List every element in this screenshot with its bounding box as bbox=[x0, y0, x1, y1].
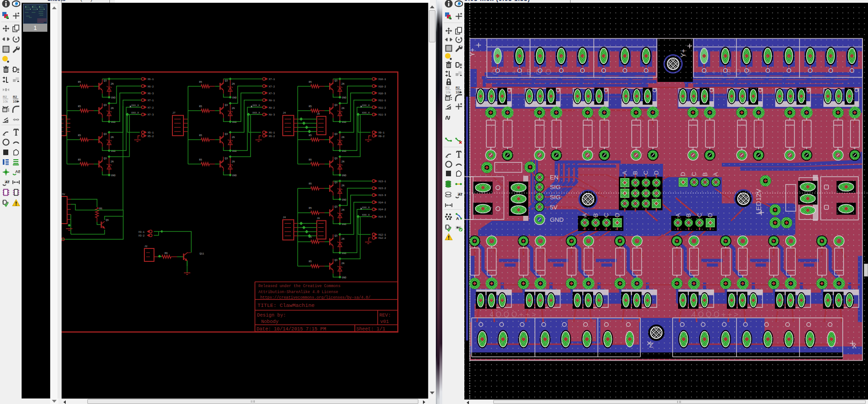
svg-text:R5: R5 bbox=[309, 260, 312, 263]
svg-text:X10-2: X10-2 bbox=[378, 85, 386, 88]
svg-text:GND: GND bbox=[111, 121, 116, 124]
svg-text:GND: GND bbox=[342, 121, 347, 124]
svg-text:Q3: Q3 bbox=[225, 133, 228, 136]
svg-text:5V: 5V bbox=[62, 193, 65, 196]
svg-text:v01: v01 bbox=[380, 319, 389, 324]
svg-text:2N: 2N bbox=[342, 160, 345, 163]
svg-text:R5: R5 bbox=[309, 158, 312, 162]
svg-text:Sheet: 1/1: Sheet: 1/1 bbox=[356, 326, 385, 332]
svg-text:R5: R5 bbox=[199, 81, 202, 84]
svg-text:J8: J8 bbox=[317, 217, 320, 220]
svg-text:Q11: Q11 bbox=[200, 252, 205, 255]
svg-text:X14-1: X14-1 bbox=[378, 201, 386, 204]
svg-text:X5-2: X5-2 bbox=[148, 135, 154, 138]
svg-text:XXX_X: XXX_X bbox=[131, 104, 139, 107]
svg-text:R5: R5 bbox=[78, 158, 81, 162]
svg-text:X9-1: X9-1 bbox=[378, 131, 385, 134]
svg-text:X6-2: X6-2 bbox=[269, 135, 275, 138]
svg-text:J4: J4 bbox=[283, 111, 286, 115]
svg-text:2N: 2N bbox=[342, 107, 345, 110]
svg-text:Date: 10/14/2015 7:15 PM: Date: 10/14/2015 7:15 PM bbox=[257, 326, 326, 332]
svg-text:GND: GND bbox=[342, 198, 347, 202]
svg-text:Released under the Creative Co: Released under the Creative Commons bbox=[258, 284, 341, 289]
svg-text:Q3: Q3 bbox=[104, 157, 107, 160]
svg-text:X6-3: X6-3 bbox=[148, 92, 154, 95]
svg-text:Q3: Q3 bbox=[335, 79, 338, 82]
svg-text:2N: 2N bbox=[342, 262, 345, 265]
svg-text:J8: J8 bbox=[317, 112, 320, 115]
svg-text:2N: 2N bbox=[342, 237, 345, 241]
svg-text:X8-2: X8-2 bbox=[269, 106, 275, 110]
svg-text:Q6: Q6 bbox=[106, 219, 109, 222]
svg-text:2N: 2N bbox=[232, 82, 235, 86]
svg-text:R5: R5 bbox=[309, 207, 312, 210]
svg-text:R5: R5 bbox=[309, 134, 312, 137]
svg-text:GND: GND bbox=[111, 96, 116, 99]
svg-text:GND: GND bbox=[232, 121, 237, 124]
svg-text:X14-2: X14-2 bbox=[378, 208, 386, 211]
svg-text:Q3: Q3 bbox=[335, 259, 338, 262]
svg-text:Q3: Q3 bbox=[335, 104, 338, 107]
svg-text:Q3: Q3 bbox=[335, 181, 338, 184]
svg-text:X13-3: X13-3 bbox=[378, 194, 386, 197]
svg-text:Q3: Q3 bbox=[335, 133, 338, 136]
svg-text:TITLE: ClawMachine: TITLE: ClawMachine bbox=[257, 302, 314, 308]
svg-text:https://creativecommons.org/li: https://creativecommons.org/licenses/by-… bbox=[260, 295, 371, 300]
svg-text:Q3: Q3 bbox=[104, 133, 107, 136]
svg-text:Q3: Q3 bbox=[335, 205, 338, 208]
svg-text:2N: 2N bbox=[232, 136, 235, 139]
svg-text:Q3: Q3 bbox=[225, 79, 228, 82]
svg-text:X5-1: X5-1 bbox=[148, 131, 154, 134]
svg-text:X11-2: X11-2 bbox=[378, 106, 386, 110]
svg-text:XXX_X: XXX_X bbox=[131, 111, 139, 115]
svg-text:GND: GND bbox=[342, 174, 347, 177]
svg-text:GND: GND bbox=[342, 252, 347, 255]
svg-text:X7-2: X7-2 bbox=[269, 85, 275, 88]
svg-text:2N: 2N bbox=[111, 136, 114, 139]
svg-text:2N: 2N bbox=[111, 82, 114, 86]
svg-text:J4: J4 bbox=[283, 216, 286, 219]
svg-text:2N: 2N bbox=[342, 208, 345, 212]
svg-text:Q3: Q3 bbox=[104, 79, 107, 82]
svg-text:X10-1: X10-1 bbox=[378, 78, 386, 81]
svg-text:J2: J2 bbox=[144, 245, 148, 248]
svg-text:Q3: Q3 bbox=[335, 157, 338, 160]
svg-text:XXX_X: XXX_X bbox=[252, 104, 260, 107]
svg-text:2N: 2N bbox=[232, 107, 235, 110]
svg-text:2N: 2N bbox=[342, 82, 345, 86]
svg-text:X3-2: X3-2 bbox=[138, 234, 144, 237]
svg-text:Q3: Q3 bbox=[335, 234, 338, 237]
svg-text:R5: R5 bbox=[78, 134, 81, 137]
svg-text:X10-3: X10-3 bbox=[378, 92, 386, 95]
svg-text:X14-3: X14-3 bbox=[378, 215, 386, 219]
svg-text:GND: GND bbox=[342, 150, 347, 153]
svg-text:R5: R5 bbox=[199, 158, 202, 162]
svg-text:X3-1: X3-1 bbox=[138, 231, 145, 234]
svg-text:R5: R5 bbox=[78, 81, 81, 84]
svg-text:REV:: REV: bbox=[379, 312, 391, 318]
svg-text:GND: GND bbox=[111, 150, 116, 153]
svg-text:X8-3: X8-3 bbox=[269, 113, 275, 116]
svg-text:X7-1: X7-1 bbox=[148, 99, 154, 102]
svg-text:2N: 2N bbox=[342, 136, 345, 139]
svg-text:X6-1: X6-1 bbox=[148, 78, 154, 81]
svg-text:R9: R9 bbox=[165, 252, 168, 255]
svg-text:Q3: Q3 bbox=[225, 104, 228, 107]
svg-text:X6-2: X6-2 bbox=[148, 85, 154, 88]
svg-text:X7-3: X7-3 bbox=[148, 113, 154, 116]
svg-text:2N: 2N bbox=[111, 160, 114, 163]
svg-text:R5: R5 bbox=[309, 81, 312, 84]
svg-text:XXX_X: XXX_X bbox=[252, 111, 260, 115]
svg-text:Q3: Q3 bbox=[104, 104, 107, 107]
svg-text:R5: R5 bbox=[309, 105, 312, 108]
svg-text:X7-2: X7-2 bbox=[148, 106, 154, 110]
svg-text:GND: GND bbox=[342, 223, 347, 226]
svg-text:XXX_X: XXX_X bbox=[362, 214, 370, 217]
svg-text:X8-1: X8-1 bbox=[269, 99, 275, 102]
svg-text:X12-2: X12-2 bbox=[378, 237, 386, 240]
svg-text:XXX_X: XXX_X bbox=[362, 111, 370, 115]
svg-text:GND: GND bbox=[342, 276, 347, 279]
svg-text:XXX_X: XXX_X bbox=[362, 206, 370, 209]
svg-text:2N: 2N bbox=[232, 160, 235, 163]
svg-text:X12-1: X12-1 bbox=[378, 233, 386, 237]
